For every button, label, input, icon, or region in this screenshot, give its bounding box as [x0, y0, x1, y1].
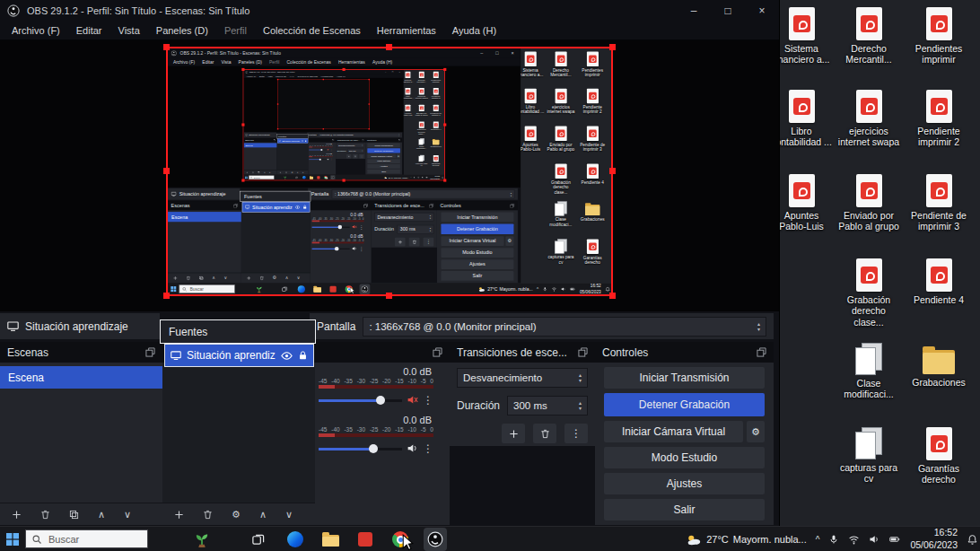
dock-popout-icon[interactable] — [145, 347, 155, 357]
floating-source-item[interactable]: Situación aprendiz — [164, 344, 314, 367]
desktop-icon[interactable]: Pendiente imprimir 2 — [907, 90, 970, 148]
volume-slider[interactable] — [319, 395, 402, 406]
menu-paneles[interactable]: Paneles (D) — [148, 23, 216, 38]
stop-recording-button[interactable]: Detener Grabación — [604, 393, 765, 416]
selection-handle[interactable] — [163, 168, 170, 174]
visibility-eye-icon[interactable] — [281, 350, 293, 362]
menu-coleccion-escenas[interactable]: Colección de Escenas — [255, 23, 369, 38]
dock-popout-icon[interactable] — [433, 347, 442, 357]
scenes-dock-header[interactable]: Escenas — [0, 342, 162, 363]
settings-button[interactable]: Ajustes — [604, 473, 765, 494]
controls-dock-header[interactable]: Controles — [595, 342, 774, 363]
desktop-icon[interactable]: Pendientes imprimir — [907, 7, 970, 66]
remove-source-button[interactable] — [203, 510, 213, 520]
taskbar-clock[interactable]: 16:52 05/06/2023 — [910, 527, 958, 551]
remove-transition-button[interactable] — [533, 424, 556, 443]
selection-handle[interactable] — [609, 44, 616, 50]
edge-taskbar-button[interactable] — [284, 528, 307, 551]
menu-ayuda[interactable]: Ayuda (H) — [444, 23, 504, 38]
red-app-button[interactable] — [354, 528, 377, 551]
floating-sources-dock-header[interactable]: Fuentes — [160, 319, 316, 344]
desktop-icon[interactable]: Grabación derecho clase... — [837, 258, 900, 328]
speaker-button[interactable] — [407, 442, 418, 454]
spinner[interactable]: ▴▾ — [754, 321, 760, 332]
start-button[interactable] — [0, 527, 25, 551]
desktop-icon[interactable]: Sistema financiero a... — [770, 7, 833, 66]
plant-widget[interactable] — [190, 528, 214, 551]
menu-vista[interactable]: Vista — [110, 23, 148, 38]
scene-filters-button[interactable] — [69, 510, 79, 520]
menu-herramientas[interactable]: Herramientas — [369, 23, 444, 38]
menu-perfil[interactable]: Perfil — [216, 23, 255, 38]
mic-tray-icon[interactable] — [828, 534, 839, 545]
volume-slider-handle[interactable] — [376, 396, 385, 405]
network-tray-icon[interactable] — [848, 534, 860, 546]
selection-handle[interactable] — [386, 44, 392, 50]
add-source-button[interactable] — [174, 510, 184, 520]
volume-tray-icon[interactable] — [869, 534, 879, 545]
desktop-icon[interactable]: Enviado por Pablo al grupo — [837, 174, 900, 232]
source-list-item-situacion-aprendizaje[interactable]: Situación aprendizaje — [0, 313, 160, 339]
move-source-up-button[interactable]: ∧ — [259, 509, 267, 520]
display-select[interactable]: : 1366x768 @ 0.0 (Monitor principal) ▴▾ — [363, 317, 766, 337]
source-properties-button[interactable]: ⚙ — [232, 509, 241, 520]
transition-select[interactable]: Desvanecimiento ▴▾ — [457, 368, 588, 388]
studio-mode-button[interactable]: Modo Estudio — [604, 447, 765, 468]
lock-icon[interactable] — [298, 350, 308, 361]
menu-editar[interactable]: Editar — [68, 23, 110, 38]
taskbar-search[interactable] — [25, 529, 148, 548]
notification-bell-icon[interactable] — [967, 534, 978, 546]
selection-handle[interactable] — [163, 293, 170, 299]
desktop-icon[interactable]: Clase modificaci... — [837, 343, 900, 400]
spinner[interactable]: ▴▾ — [575, 372, 582, 383]
add-transition-button[interactable] — [502, 424, 525, 443]
dock-popout-icon[interactable] — [578, 347, 588, 357]
battery-tray-icon[interactable] — [888, 534, 901, 545]
duration-spinbox[interactable]: 300 ms ▴▾ — [507, 396, 588, 415]
selection-handle[interactable] — [163, 44, 170, 50]
desktop-icon[interactable]: Pendiente de imprimir 3 — [907, 174, 970, 232]
selection-handle[interactable] — [609, 168, 616, 174]
start-streaming-button[interactable]: Iniciar Transmisión — [604, 367, 765, 389]
move-scene-up-button[interactable]: ∧ — [98, 509, 105, 520]
move-scene-down-button[interactable]: ∨ — [124, 509, 131, 520]
desktop-icon[interactable]: Libro contabilidad ... — [770, 90, 833, 148]
desktop-icon[interactable]: Derecho Mercantil... — [837, 7, 900, 66]
desktop-icon[interactable]: ejercicios internet swapa — [837, 90, 900, 148]
desktop-icon[interactable]: Apuntes Pablo-Luis — [770, 174, 833, 232]
desktop-icon[interactable]: Garantías derecho — [907, 427, 970, 485]
desktop-icon[interactable]: Pendiente 4 — [907, 258, 970, 305]
selection-handle[interactable] — [609, 293, 616, 299]
spinner[interactable]: ▴▾ — [575, 400, 582, 411]
transitions-dock-header[interactable]: Transiciones de esce... — [450, 342, 595, 363]
desktop-icon[interactable]: Grabaciones — [907, 343, 970, 388]
preview-canvas[interactable]: Sistema financiero a... Derecho Mercanti… — [0, 40, 779, 311]
volume-slider[interactable] — [319, 443, 402, 454]
virtual-camera-config-button[interactable]: ⚙ — [747, 421, 765, 442]
close-button[interactable]: × — [745, 0, 779, 22]
start-virtual-camera-button[interactable]: Iniciar Cámara Virtual — [604, 421, 743, 442]
screen-capture-selection[interactable]: Sistema financiero a... Derecho Mercanti… — [166, 47, 613, 296]
obs-taskbar-button[interactable] — [424, 528, 447, 551]
scene-item-escena[interactable]: Escena — [0, 366, 162, 389]
move-source-down-button[interactable]: ∨ — [285, 509, 293, 520]
desktop-icon[interactable]: capturas para cv — [837, 427, 900, 485]
mixer-dock-header[interactable] — [315, 342, 450, 363]
mixer-options-kebab[interactable]: ⋮ — [423, 443, 433, 454]
selection-handle[interactable] — [386, 293, 392, 299]
volume-slider-handle[interactable] — [369, 444, 378, 453]
add-scene-button[interactable] — [12, 510, 22, 520]
remove-scene-button[interactable] — [40, 510, 50, 520]
hidden-icons-chevron[interactable]: ^ — [816, 535, 820, 545]
menu-archivo[interactable]: Archivo (F) — [4, 23, 68, 38]
search-input[interactable] — [47, 533, 129, 546]
maximize-button[interactable]: □ — [711, 0, 745, 22]
exit-button[interactable]: Salir — [604, 499, 765, 520]
minimize-button[interactable]: – — [677, 0, 711, 22]
weather-widget[interactable]: 27°C Mayorm. nubla... — [686, 533, 807, 547]
dock-popout-icon[interactable] — [757, 347, 766, 357]
file-explorer-button[interactable] — [319, 528, 342, 551]
task-view-button[interactable] — [246, 528, 269, 551]
transition-properties-kebab[interactable]: ⋮ — [564, 424, 588, 443]
mute-button[interactable] — [407, 394, 418, 406]
